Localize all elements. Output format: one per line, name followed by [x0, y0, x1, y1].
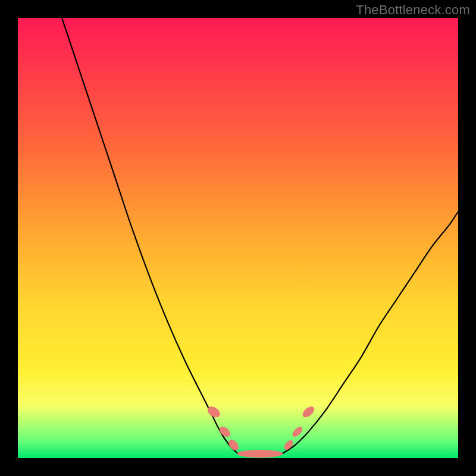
markers-group [206, 405, 315, 457]
right-curve [282, 212, 458, 454]
chart-frame: TheBottleneck.com [0, 0, 476, 476]
chart-svg [18, 18, 458, 458]
marker-point [237, 450, 283, 458]
watermark-text: TheBottleneck.com [356, 2, 470, 18]
plot-area [18, 18, 458, 458]
marker-point [218, 425, 231, 439]
marker-point [291, 425, 303, 438]
left-curve [62, 18, 238, 454]
marker-point [301, 405, 316, 419]
